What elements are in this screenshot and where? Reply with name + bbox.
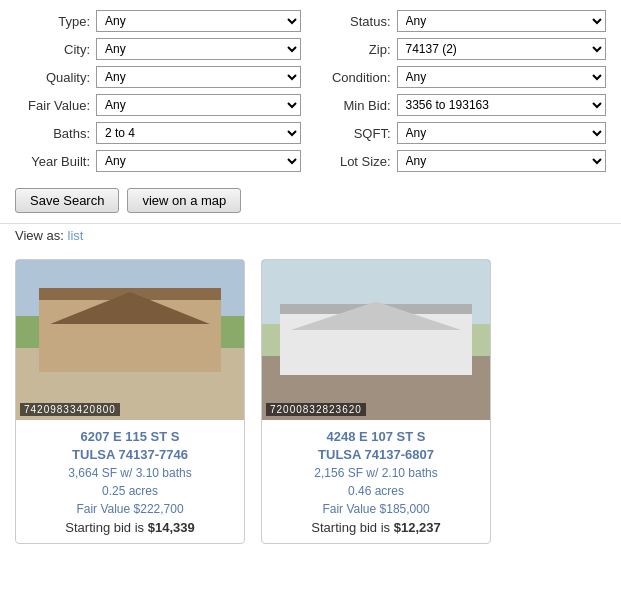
filter-select-fair_value[interactable]: Any — [96, 94, 301, 116]
filter-label-quality: Quality: — [15, 70, 90, 85]
filter-select-status[interactable]: Any — [397, 10, 607, 32]
filter-select-type[interactable]: Any — [96, 10, 301, 32]
filter-label-fair_value: Fair Value: — [15, 98, 90, 113]
save-search-button[interactable]: Save Search — [15, 188, 119, 213]
filter-label-type: Type: — [15, 14, 90, 29]
listing-sqft-baths: 3,664 SF w/ 3.10 baths — [26, 464, 234, 482]
listing-acres: 0.46 acres — [272, 482, 480, 500]
listings-container: 742098334208006207 E 115 ST STULSA 74137… — [0, 249, 621, 554]
filter-select-city[interactable]: Any — [96, 38, 301, 60]
filter-label-status: Status: — [321, 14, 391, 29]
listing-sqft-baths: 2,156 SF w/ 2.10 baths — [272, 464, 480, 482]
listing-info: 6207 E 115 ST STULSA 74137-77463,664 SF … — [16, 420, 244, 543]
filter-label-year_built: Year Built: — [15, 154, 90, 169]
house-image-1 — [262, 260, 490, 420]
listing-bid: Starting bid is $14,339 — [26, 520, 234, 535]
filter-row-type: Type:Any — [15, 10, 301, 32]
filter-row-year_built: Year Built:Any — [15, 150, 301, 172]
filter-row-zip: Zip:Any74137 (2) — [321, 38, 607, 60]
filter-select-baths[interactable]: Any2 to 4 — [96, 122, 301, 144]
filter-left-col: Type:AnyCity:AnyQuality:AnyFair Value:An… — [15, 10, 301, 172]
filter-select-lot_size[interactable]: Any — [397, 150, 607, 172]
filter-label-city: City: — [15, 42, 90, 57]
filter-label-sqft: SQFT: — [321, 126, 391, 141]
filter-select-sqft[interactable]: Any — [397, 122, 607, 144]
filter-select-condition[interactable]: Any — [397, 66, 607, 88]
listing-image-1: 72000832823620 — [262, 260, 490, 420]
view-map-button[interactable]: view on a map — [127, 188, 241, 213]
filter-label-condition: Condition: — [321, 70, 391, 85]
filter-row-sqft: SQFT:Any — [321, 122, 607, 144]
view-as-list-link[interactable]: list — [68, 228, 84, 243]
house-image-0 — [16, 260, 244, 420]
listing-id-overlay: 72000832823620 — [266, 403, 366, 416]
filter-select-min_bid[interactable]: Any3356 to 193163 — [397, 94, 607, 116]
filter-select-zip[interactable]: Any74137 (2) — [397, 38, 607, 60]
view-as-label: View as: — [15, 228, 64, 243]
filter-row-baths: Baths:Any2 to 4 — [15, 122, 301, 144]
listing-address-line2: TULSA 74137-6807 — [272, 446, 480, 464]
filter-select-year_built[interactable]: Any — [96, 150, 301, 172]
listing-fair-value: Fair Value $185,000 — [272, 500, 480, 518]
listing-card[interactable]: 720008328236204248 E 107 ST STULSA 74137… — [261, 259, 491, 544]
filter-row-status: Status:Any — [321, 10, 607, 32]
filter-row-min_bid: Min Bid:Any3356 to 193163 — [321, 94, 607, 116]
filter-section: Type:AnyCity:AnyQuality:AnyFair Value:An… — [0, 0, 621, 182]
filter-label-lot_size: Lot Size: — [321, 154, 391, 169]
listing-image-0: 74209833420800 — [16, 260, 244, 420]
filter-select-quality[interactable]: Any — [96, 66, 301, 88]
filter-label-min_bid: Min Bid: — [321, 98, 391, 113]
listing-address-line1: 6207 E 115 ST S — [26, 428, 234, 446]
filter-label-zip: Zip: — [321, 42, 391, 57]
filter-row-condition: Condition:Any — [321, 66, 607, 88]
listing-address-line1: 4248 E 107 ST S — [272, 428, 480, 446]
listing-info: 4248 E 107 ST STULSA 74137-68072,156 SF … — [262, 420, 490, 543]
listing-id-overlay: 74209833420800 — [20, 403, 120, 416]
filter-right-col: Status:AnyZip:Any74137 (2)Condition:AnyM… — [321, 10, 607, 172]
listing-acres: 0.25 acres — [26, 482, 234, 500]
filter-row-fair_value: Fair Value:Any — [15, 94, 301, 116]
filter-label-baths: Baths: — [15, 126, 90, 141]
listing-address-line2: TULSA 74137-7746 — [26, 446, 234, 464]
filter-row-quality: Quality:Any — [15, 66, 301, 88]
filter-row-lot_size: Lot Size:Any — [321, 150, 607, 172]
listing-card[interactable]: 742098334208006207 E 115 ST STULSA 74137… — [15, 259, 245, 544]
listing-fair-value: Fair Value $222,700 — [26, 500, 234, 518]
view-as-row: View as: list — [0, 223, 621, 249]
action-row: Save Search view on a map — [0, 182, 621, 223]
listing-bid: Starting bid is $12,237 — [272, 520, 480, 535]
filter-row-city: City:Any — [15, 38, 301, 60]
